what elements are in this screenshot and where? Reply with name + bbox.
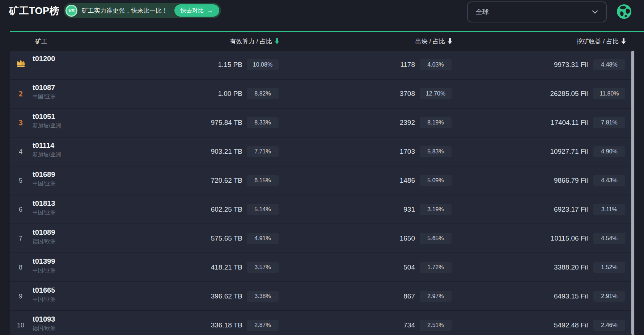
table-row[interactable]: 6 t01813 中国/亚洲 602.25 TB 5.14% 931 3.19%… [10, 195, 635, 224]
table-row[interactable]: 8 t01399 中国/亚洲 418.21 TB 3.57% 504 1.72%… [10, 253, 635, 281]
column-header-reward[interactable]: 挖矿收益 / 占比 [577, 32, 626, 51]
blocks-share-badge: 1.72% [420, 262, 452, 273]
power-value: 903.21 TB [211, 137, 242, 166]
miner-info: t01689 中国/亚洲 [33, 170, 56, 187]
miner-info: t01399 中国/亚洲 [33, 257, 56, 273]
rank-cell: 3 [10, 109, 31, 137]
reward-share-badge: 4.43% [593, 175, 625, 186]
miner-info: t01087 中国/亚洲 [33, 83, 56, 100]
table-header: 矿工 有效算力 / 占比 出块 / 占比 挖矿收益 / 占比 [10, 32, 635, 51]
blocks-value: 867 [403, 282, 415, 310]
reward-value: 5492.48 Fil [554, 311, 588, 335]
reward-value: 3388.20 Fil [554, 253, 588, 281]
power-value: 1.00 PB [218, 80, 242, 108]
blocks-share-badge: 5.09% [420, 175, 452, 186]
power-value: 418.21 TB [211, 253, 242, 281]
reward-share-badge: 11.80% [593, 88, 625, 99]
reward-value: 10927.71 Fil [550, 137, 588, 166]
rank-number: 7 [19, 235, 22, 242]
rank-cell: 5 [10, 166, 31, 195]
miner-info: t01051 新加坡/亚洲 [33, 112, 61, 129]
table-row[interactable]: 1 t01200 --- 1.15 PB 10.08% 1178 4.03% 9… [10, 51, 635, 79]
globe-icon[interactable] [617, 4, 632, 19]
blocks-value: 1650 [400, 224, 415, 253]
miner-location: 中国/亚洲 [33, 93, 56, 100]
power-value: 396.62 TB [211, 282, 242, 310]
blocks-share-badge: 12.70% [420, 88, 452, 99]
table-row[interactable]: 2 t01087 中国/亚洲 1.00 PB 8.82% 3708 12.70%… [10, 80, 635, 108]
rank-cell: 10 [10, 311, 31, 335]
miner-location: 德国/欧洲 [33, 238, 56, 245]
miner-info: t01665 中国/亚洲 [33, 286, 56, 302]
column-header-power[interactable]: 有效算力 / 占比 [230, 32, 279, 51]
miner-id: t01093 [33, 315, 56, 323]
power-share-badge: 7.71% [247, 146, 279, 157]
rank-cell: 7 [10, 224, 31, 253]
rank-number: 4 [19, 148, 22, 156]
reward-share-badge: 3.11% [593, 204, 625, 215]
rank-number: 3 [18, 118, 23, 127]
table-row[interactable]: 3 t01051 新加坡/亚洲 975.84 TB 8.33% 2392 8.1… [10, 109, 635, 137]
power-share-badge: 10.08% [247, 59, 279, 70]
miner-location: 中国/亚洲 [33, 296, 56, 302]
miner-info: t01089 德国/欧洲 [33, 228, 56, 245]
power-share-badge: 5.14% [247, 204, 279, 215]
power-share-badge: 3.57% [247, 262, 279, 273]
blocks-share-badge: 8.19% [420, 117, 452, 128]
miner-id: t01087 [33, 83, 56, 92]
reward-share-badge: 7.81% [593, 117, 625, 128]
vertical-scrollbar[interactable] [631, 51, 634, 335]
blocks-value: 1486 [400, 166, 415, 195]
miner-location: 德国/欧洲 [33, 325, 56, 331]
go-compare-label: 快去对比 [181, 7, 204, 14]
column-header-miner: 矿工 [35, 32, 47, 51]
miner-id: t01051 [33, 112, 61, 121]
table-row[interactable]: 10 t01093 德国/欧洲 336.18 TB 2.87% 734 2.51… [10, 311, 635, 335]
power-share-badge: 8.82% [247, 88, 279, 99]
table-row[interactable]: 4 t01114 新加坡/亚洲 903.21 TB 7.71% 1703 5.8… [10, 137, 635, 166]
blocks-share-badge: 2.97% [420, 291, 452, 302]
rank-cell: 1 [10, 51, 31, 79]
power-share-badge: 3.38% [247, 291, 279, 302]
table-row[interactable]: 7 t01089 德国/欧洲 575.65 TB 4.91% 1650 5.65… [10, 224, 635, 253]
miner-id: t01089 [33, 228, 56, 237]
blocks-value: 504 [403, 253, 415, 281]
power-share-badge: 2.87% [247, 320, 279, 331]
table-row[interactable]: 5 t01689 中国/亚洲 720.62 TB 6.15% 1486 5.09… [10, 166, 635, 195]
rank-cell: 6 [10, 195, 31, 224]
miner-id: t01399 [33, 257, 56, 266]
column-header-blocks[interactable]: 出块 / 占比 [415, 32, 452, 51]
blocks-value: 734 [403, 311, 415, 335]
power-share-badge: 6.15% [247, 175, 279, 186]
sort-desc-icon-blocks [448, 38, 452, 44]
miner-id: t01114 [33, 141, 61, 150]
sort-desc-icon-power [275, 38, 279, 44]
rank-cell: 4 [10, 137, 31, 166]
rank-cell: 8 [10, 253, 31, 281]
miner-table-body: 1 t01200 --- 1.15 PB 10.08% 1178 4.03% 9… [10, 51, 635, 335]
go-compare-button[interactable]: 快去对比 → [174, 4, 219, 17]
rank-cell: 2 [10, 80, 31, 108]
power-share-badge: 4.91% [247, 233, 279, 244]
promo-text: 矿工实力谁更强，快来比一比！ [82, 7, 170, 15]
table-row[interactable]: 9 t01665 中国/亚洲 396.62 TB 3.38% 867 2.97%… [10, 282, 635, 310]
reward-value: 10115.06 Fil [551, 224, 588, 253]
rank-cell: 9 [10, 282, 31, 310]
region-select[interactable]: 全球 [467, 1, 607, 22]
reward-value: 17404.11 Fil [551, 109, 588, 137]
power-value: 336.18 TB [211, 311, 242, 335]
blocks-share-badge: 5.83% [420, 146, 452, 157]
rank-number: 9 [19, 293, 22, 300]
miner-location: 中国/亚洲 [33, 180, 56, 187]
vs-icon: VS [65, 5, 77, 17]
reward-value: 9866.79 Fil [554, 166, 588, 195]
miner-info: t01093 德国/欧洲 [33, 315, 56, 331]
miner-location: 新加坡/亚洲 [33, 151, 61, 158]
blocks-share-badge: 3.19% [420, 204, 452, 215]
power-value: 602.25 TB [211, 195, 242, 224]
miner-id: t01665 [33, 286, 56, 294]
arrow-right-icon: → [207, 7, 213, 14]
reward-value: 9973.31 Fil [554, 51, 588, 79]
miner-location: 中国/亚洲 [33, 267, 56, 273]
chevron-down-icon [592, 10, 598, 14]
